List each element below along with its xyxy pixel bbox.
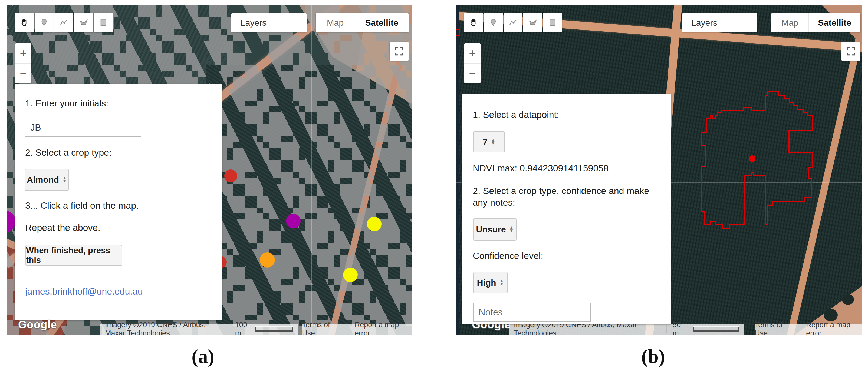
email-link[interactable]: james.brinkhoff@une.edu.au <box>25 286 143 297</box>
step3-label: 3... Click a field on the map. <box>25 200 139 211</box>
crop-dot-purple[interactable] <box>286 214 301 228</box>
attribution-bar: Imagery ©2019 CNES / Airbus, Maxar Techn… <box>100 324 298 335</box>
rectangle-tool-button[interactable] <box>543 13 562 32</box>
google-logo: Google <box>18 318 57 331</box>
map-type-control: Map Satellite <box>316 13 409 32</box>
polyline-tool-button[interactable] <box>503 13 523 32</box>
scale-bar <box>255 327 293 332</box>
polyline-tool-button[interactable] <box>54 13 73 32</box>
polygon-icon <box>528 18 537 27</box>
pan-hand-tool-button[interactable] <box>15 13 34 32</box>
map-type-satellite-button[interactable]: Satellite <box>809 13 861 32</box>
step2-label: 2. Select a crop type, confidence and ma… <box>473 185 659 208</box>
figure-two-map-screenshots: Layers Map Satellite + − 1. Enter your i… <box>0 0 868 374</box>
hand-icon <box>469 18 478 27</box>
crop-dot-yellow-2[interactable] <box>343 268 358 282</box>
imagery-attribution: Imagery ©2019 CNES / Airbus, Maxar Techn… <box>105 321 223 335</box>
field-boundary-polygon <box>701 91 813 228</box>
select-arrows-icon: ▲▼ <box>491 139 495 144</box>
terms-of-use-link[interactable]: Terms of Use <box>302 321 342 335</box>
rectangle-icon <box>548 18 557 27</box>
select-arrows-icon: ▲▼ <box>62 177 67 182</box>
graticule-line <box>311 5 312 335</box>
crop-dot-orange[interactable] <box>260 252 275 268</box>
select-arrows-icon: ▲▼ <box>509 227 514 232</box>
crop-type-select[interactable]: Almond ▲▼ <box>25 169 69 191</box>
labelling-form-b: 1. Select a datapoint: 7 ▲▼ NDVI max: 0.… <box>462 94 671 324</box>
rectangle-icon <box>99 18 108 27</box>
report-map-error-link[interactable]: Report a map error <box>355 321 412 335</box>
figure-label-b: (b) <box>641 345 665 368</box>
scale-label: 100 m <box>235 321 249 335</box>
scale-bar <box>693 327 739 332</box>
layers-dropdown[interactable]: Layers <box>682 13 757 32</box>
map-panel-b[interactable]: Layers Map Satellite + − 1. Select a dat… <box>456 5 862 335</box>
map-type-satellite-button[interactable]: Satellite <box>355 13 409 32</box>
labelling-form-a: 1. Enter your initials: JB 2. Select a c… <box>15 84 222 320</box>
fullscreen-icon <box>845 46 856 57</box>
divider <box>666 326 667 333</box>
crop-dot-red[interactable] <box>224 169 237 182</box>
notes-input[interactable]: Notes <box>473 303 591 321</box>
zoom-control: + − <box>464 43 480 83</box>
layers-label: Layers <box>241 18 267 28</box>
polyline-icon <box>59 18 68 27</box>
zoom-out-button[interactable]: − <box>464 64 480 83</box>
crop-dot-yellow-1[interactable] <box>367 217 381 231</box>
polygon-tool-button[interactable] <box>523 13 542 32</box>
zoom-out-button[interactable]: − <box>15 64 31 83</box>
boundary-fragment-edge <box>456 29 460 36</box>
scale-label: 50 m <box>673 321 687 335</box>
figure-label-a: (a) <box>192 345 214 368</box>
initials-input[interactable]: JB <box>25 118 141 137</box>
map-panel-a[interactable]: Layers Map Satellite + − 1. Enter your i… <box>7 5 412 335</box>
fullscreen-button[interactable] <box>841 42 861 61</box>
hand-icon <box>20 18 29 27</box>
zoom-in-button[interactable]: + <box>15 43 31 64</box>
step1-label: 1. Enter your initials: <box>25 98 108 109</box>
fullscreen-button[interactable] <box>390 42 409 61</box>
map-links-bar: Terms of Use Report a map error <box>755 324 862 335</box>
layers-label: Layers <box>691 18 717 28</box>
rectangle-tool-button[interactable] <box>94 13 113 32</box>
map-pin-icon <box>489 18 498 27</box>
map-type-map-button[interactable]: Map <box>316 13 355 32</box>
select-arrows-icon: ▲▼ <box>499 280 504 285</box>
step2-label: 2. Select a crop type: <box>25 147 112 158</box>
drawing-toolbar <box>464 13 562 32</box>
map-links-bar: Terms of Use Report a map error <box>302 324 412 335</box>
drawing-toolbar <box>15 13 113 32</box>
terms-of-use-link[interactable]: Terms of Use <box>755 321 794 335</box>
confidence-select[interactable]: High ▲▼ <box>473 272 507 294</box>
selected-datapoint-dot[interactable] <box>749 156 755 162</box>
map-type-map-button[interactable]: Map <box>771 13 809 32</box>
polyline-icon <box>508 18 518 27</box>
layers-dropdown[interactable]: Layers <box>231 13 307 32</box>
finish-button[interactable]: When finished, press this <box>25 245 122 266</box>
marker-tool-button[interactable] <box>35 13 54 32</box>
step1-label: 1. Select a datapoint: <box>473 109 559 121</box>
map-type-control: Map Satellite <box>771 13 861 32</box>
report-map-error-link[interactable]: Report a map error <box>806 321 862 335</box>
zoom-in-button[interactable]: + <box>464 43 480 64</box>
confidence-label: Confidence level: <box>473 250 543 262</box>
repeat-label: Repeat the above. <box>25 222 100 234</box>
ndvi-max-value: NDVI max: 0.9442309141159058 <box>473 162 609 174</box>
marker-tool-button[interactable] <box>484 13 503 32</box>
map-pin-icon <box>39 18 49 27</box>
zoom-control: + − <box>15 43 31 83</box>
crop-type-select[interactable]: Unsure ▲▼ <box>473 218 517 240</box>
fullscreen-icon <box>394 46 404 57</box>
attribution-bar: Imagery ©2019 CNES / Airbus, Maxar Techn… <box>509 324 744 335</box>
polygon-icon <box>79 18 88 27</box>
pan-hand-tool-button[interactable] <box>464 13 483 32</box>
polygon-tool-button[interactable] <box>74 13 93 32</box>
datapoint-spinner[interactable]: 7 ▲▼ <box>473 131 505 152</box>
